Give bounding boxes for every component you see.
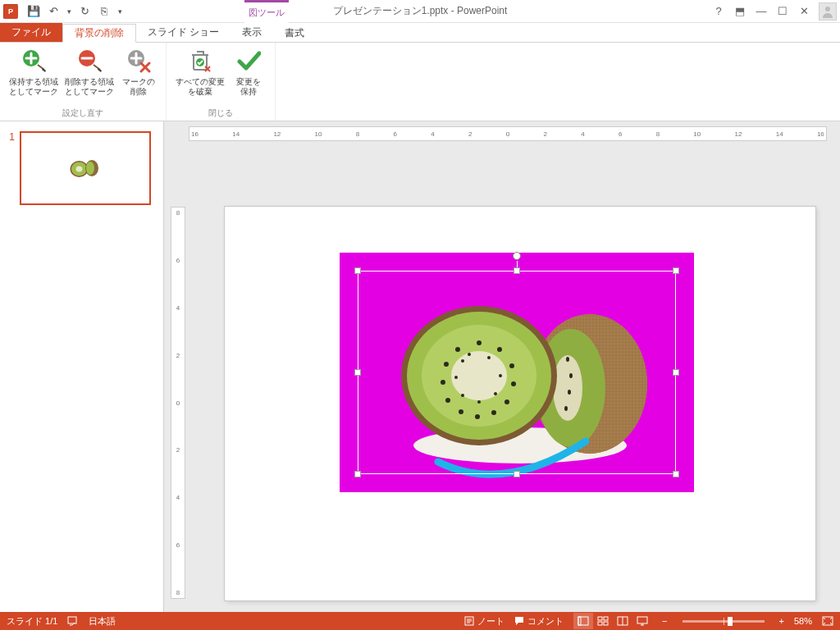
reading-view-button[interactable] (613, 613, 632, 629)
delete-mark-icon (126, 48, 152, 74)
resize-handle-tr[interactable] (673, 267, 679, 274)
qat-customize-button[interactable]: ▾ (115, 2, 125, 21)
discard-all-label: すべての変更 を破棄 (176, 77, 225, 97)
selection-marquee[interactable] (358, 271, 676, 474)
undo-icon: ↶ (49, 5, 58, 17)
view-buttons (573, 613, 652, 629)
slide-indicator[interactable]: スライド 1/1 (7, 615, 57, 628)
keep-changes-button[interactable]: 変更を 保持 (229, 46, 268, 106)
language-indicator[interactable]: 日本語 (89, 615, 116, 628)
ribbon-group-refine: 保持する領域 としてマーク 削除する領域 としてマーク マークの 削除 設定し直… (0, 43, 167, 121)
fit-to-window-button[interactable] (822, 616, 833, 626)
comments-button[interactable]: コメント (514, 615, 564, 628)
zoom-slider[interactable] (682, 620, 765, 623)
trash-icon (187, 48, 213, 74)
comment-icon (514, 616, 524, 626)
rotation-handle[interactable] (513, 252, 521, 260)
ribbon-display-options-button[interactable]: ⬒ (730, 2, 750, 21)
minimize-button[interactable]: — (751, 2, 771, 21)
ribbon-tab-strip: ファイル 背景の削除 スライド ショー 表示 書式 (0, 23, 840, 43)
thumbnail-row: 1 (5, 131, 158, 205)
start-from-beginning-button[interactable]: ⎘ (95, 2, 113, 21)
tab-slideshow[interactable]: スライド ショー (136, 23, 231, 42)
resize-handle-bl[interactable] (354, 471, 361, 477)
save-button[interactable]: 💾 (25, 2, 43, 21)
mark-keep-label: 保持する領域 としてマーク (9, 77, 58, 97)
resize-handle-tm[interactable] (514, 267, 520, 274)
contextual-tab-label: 図ツール (244, 0, 289, 23)
reading-view-icon (617, 616, 628, 626)
vertical-ruler[interactable]: 864202468 (171, 207, 185, 599)
window-controls: ? ⬒ — ☐ ✕ (709, 2, 840, 21)
slide-thumbnail-1[interactable] (20, 131, 151, 205)
svg-point-0 (825, 7, 830, 11)
svg-rect-47 (68, 617, 76, 623)
notes-icon (464, 616, 474, 626)
svg-rect-54 (604, 622, 608, 625)
mark-remove-label: 削除する領域 としてマーク (65, 77, 114, 97)
thumbnail-preview-icon (65, 156, 106, 180)
workspace: 1 1614121086420246810121416 864202468 (0, 121, 840, 612)
resize-handle-ml[interactable] (354, 369, 361, 376)
resize-handle-br[interactable] (673, 471, 679, 477)
sorter-view-icon (597, 616, 609, 626)
tab-view[interactable]: 表示 (231, 23, 273, 42)
svg-rect-56 (637, 617, 647, 623)
resize-handle-tl[interactable] (354, 267, 361, 274)
resize-handle-mr[interactable] (673, 369, 679, 376)
zoom-in-button[interactable]: + (779, 616, 784, 626)
discard-all-button[interactable]: すべての変更 を破棄 (173, 46, 227, 106)
normal-view-button[interactable] (573, 613, 593, 629)
ribbon: 保持する領域 としてマーク 削除する領域 としてマーク マークの 削除 設定し直… (0, 43, 840, 121)
chevron-down-icon: ▾ (67, 7, 71, 16)
minus-circle-icon (76, 48, 103, 74)
plus-circle-icon (21, 48, 47, 74)
zoom-slider-thumb[interactable] (728, 617, 733, 626)
slide-edit-area[interactable]: 1614121086420246810121416 864202468 (164, 121, 840, 612)
status-bar: スライド 1/1 日本語 ノート コメント − + 58% (0, 612, 840, 630)
maximize-button[interactable]: ☐ (773, 2, 792, 21)
horizontal-ruler[interactable]: 1614121086420246810121416 (189, 126, 827, 141)
undo-dropdown[interactable]: ▾ (64, 2, 74, 21)
normal-view-icon (578, 616, 589, 626)
close-button[interactable]: ✕ (794, 2, 814, 21)
slideshow-view-button[interactable] (632, 613, 652, 629)
undo-button[interactable]: ↶ (44, 2, 62, 21)
chevron-down-icon: ▾ (118, 7, 122, 16)
svg-rect-50 (578, 617, 581, 625)
thumbnail-number: 1 (5, 131, 15, 205)
zoom-level[interactable]: 58% (794, 616, 812, 626)
keep-changes-label: 変更を 保持 (236, 77, 261, 97)
ribbon-group-close: すべての変更 を破棄 変更を 保持 閉じる (167, 43, 276, 121)
svg-point-10 (86, 162, 94, 175)
spellcheck-button[interactable] (67, 615, 79, 627)
delete-mark-button[interactable]: マークの 削除 (118, 46, 159, 106)
svg-rect-52 (604, 617, 608, 620)
resize-handle-bm[interactable] (514, 471, 520, 477)
zoom-out-button[interactable]: − (662, 616, 667, 626)
svg-rect-51 (598, 617, 602, 620)
account-avatar[interactable] (819, 2, 837, 21)
person-icon (821, 5, 834, 18)
mark-remove-button[interactable]: 削除する領域 としてマーク (62, 46, 116, 106)
notes-button[interactable]: ノート (464, 615, 504, 628)
title-bar: P 💾 ↶ ▾ ↻ ⎘ ▾ 図ツール プレゼンテーション1.pptx - Pow… (0, 0, 840, 23)
app-icon: P (3, 4, 18, 19)
slide-canvas[interactable] (225, 207, 815, 600)
redo-icon: ↻ (80, 5, 89, 17)
quick-access-toolbar: 💾 ↶ ▾ ↻ ⎘ ▾ (21, 2, 128, 21)
help-button[interactable]: ? (709, 2, 728, 21)
slide-thumbnail-panel[interactable]: 1 (0, 121, 164, 612)
sorter-view-button[interactable] (593, 613, 613, 629)
redo-button[interactable]: ↻ (75, 2, 94, 21)
check-icon (235, 48, 262, 74)
tab-format[interactable]: 書式 (273, 23, 316, 42)
slideshow-view-icon (637, 616, 648, 626)
present-icon: ⎘ (101, 5, 107, 17)
svg-rect-53 (598, 622, 602, 625)
picture-object[interactable] (340, 253, 694, 492)
tab-background-removal[interactable]: 背景の削除 (62, 24, 136, 43)
delete-mark-label: マークの 削除 (122, 77, 155, 97)
tab-file[interactable]: ファイル (0, 23, 62, 42)
mark-keep-button[interactable]: 保持する領域 としてマーク (7, 46, 61, 106)
